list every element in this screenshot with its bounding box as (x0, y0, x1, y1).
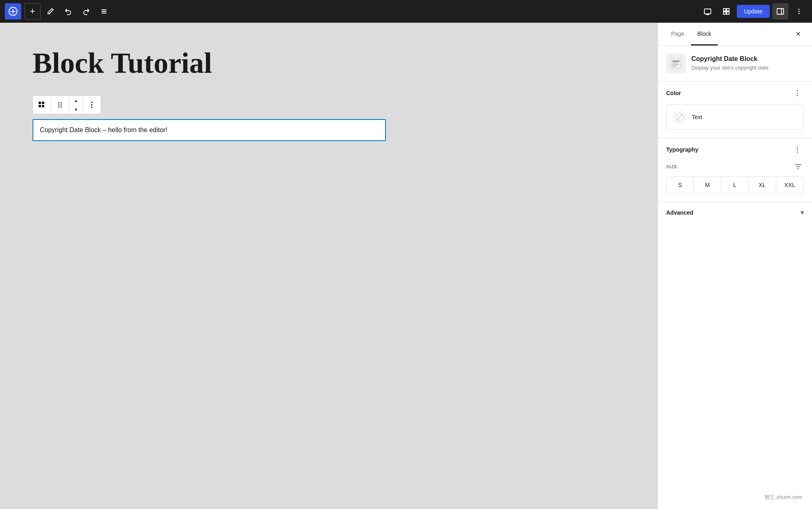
color-more-button[interactable] (791, 87, 804, 100)
move-group: ▲ ▼ (69, 96, 82, 114)
svg-rect-22 (672, 64, 679, 65)
view-button[interactable] (718, 3, 734, 20)
color-text-option[interactable]: Text (666, 104, 804, 130)
svg-rect-2 (777, 9, 784, 14)
main-area: Block Tutorial (0, 23, 812, 509)
svg-rect-8 (39, 105, 41, 107)
svg-point-5 (799, 13, 800, 14)
svg-rect-21 (672, 63, 678, 63)
svg-point-15 (61, 107, 62, 108)
color-swatch (673, 111, 686, 124)
chevron-down-icon: ▾ (801, 209, 804, 216)
update-button[interactable]: Update (737, 5, 770, 18)
color-panel-title: Color (666, 90, 791, 96)
size-s[interactable]: S (667, 177, 694, 193)
svg-point-3 (799, 9, 800, 10)
svg-point-16 (91, 102, 93, 103)
advanced-panel-header[interactable]: Advanced ▾ (658, 202, 812, 223)
svg-point-28 (797, 149, 798, 150)
color-swatch-inner (676, 113, 684, 121)
svg-point-4 (799, 11, 800, 12)
edit-button[interactable] (42, 3, 58, 20)
typography-panel-section: Typography SIZE S M L (658, 138, 812, 202)
color-text-label: Text (692, 114, 702, 120)
advanced-panel-title: Advanced (666, 209, 801, 216)
sidebar-close-button[interactable]: × (791, 27, 806, 41)
wp-logo[interactable] (5, 3, 21, 20)
typography-more-button[interactable] (791, 143, 804, 156)
size-section: SIZE (666, 161, 804, 172)
editor-canvas: Block Tutorial (0, 23, 658, 509)
svg-rect-9 (42, 105, 44, 107)
block-type-button[interactable] (33, 96, 51, 114)
block-type-group (33, 96, 51, 114)
tab-block[interactable]: Block (691, 23, 718, 46)
size-label-text: SIZE (666, 164, 678, 169)
svg-point-26 (797, 95, 798, 96)
block-toolbar-wrapper: ▲ ▼ (32, 96, 625, 114)
list-view-button[interactable] (96, 3, 112, 20)
more-options-button[interactable] (791, 3, 807, 20)
block-icon (666, 54, 686, 73)
advanced-panel-section: Advanced ▾ (658, 202, 812, 223)
svg-point-11 (58, 104, 60, 106)
svg-point-27 (797, 147, 798, 148)
block-toolbar: ▲ ▼ (32, 96, 101, 114)
size-xl[interactable]: XL (749, 177, 776, 193)
svg-point-12 (58, 107, 60, 108)
move-up-button[interactable]: ▲ (69, 96, 82, 105)
svg-point-18 (91, 107, 93, 108)
watermark: 智汇 zhuon.com (764, 494, 802, 501)
svg-rect-1 (704, 9, 711, 14)
color-panel-section: Color Text (658, 82, 812, 138)
sidebar-header: Page Block × (658, 23, 812, 46)
svg-rect-20 (672, 61, 680, 62)
add-block-button[interactable]: + (24, 3, 41, 20)
size-filter-button[interactable] (793, 161, 804, 172)
svg-point-17 (91, 104, 93, 106)
drag-handle-button[interactable] (51, 96, 69, 114)
svg-rect-6 (39, 102, 41, 104)
svg-point-10 (58, 102, 60, 104)
size-xxl[interactable]: XXL (776, 177, 803, 193)
svg-point-24 (797, 90, 798, 91)
block-more-button[interactable] (83, 96, 101, 114)
redo-button[interactable] (78, 3, 94, 20)
right-sidebar: Page Block × Copyright Date Block Displa… (658, 23, 812, 509)
block-info: Copyright Date Block Display your site's… (658, 46, 812, 82)
svg-rect-23 (672, 66, 676, 67)
typography-panel-title: Typography (666, 146, 791, 153)
top-toolbar: + Update (0, 0, 812, 23)
page-title: Block Tutorial (32, 47, 625, 79)
color-panel-content: Text (658, 104, 812, 138)
color-panel-header[interactable]: Color (658, 82, 812, 104)
move-down-button[interactable]: ▼ (69, 105, 82, 114)
sidebar-toggle-button[interactable] (772, 3, 788, 20)
size-l[interactable]: L (721, 177, 749, 193)
size-m[interactable]: M (694, 177, 721, 193)
block-description: Display your site's copyright date. (691, 64, 770, 72)
svg-point-14 (61, 104, 62, 106)
drag-group (51, 96, 69, 114)
size-grid: S M L XL XXL (666, 176, 804, 194)
preview-button[interactable] (699, 3, 716, 20)
svg-point-25 (797, 93, 798, 94)
tab-page[interactable]: Page (665, 23, 691, 46)
more-group (82, 96, 101, 114)
block-info-text: Copyright Date Block Display your site's… (691, 55, 770, 72)
block-content-area[interactable]: Copyright Date Block – hello from the ed… (32, 119, 386, 141)
svg-point-13 (61, 102, 62, 104)
undo-button[interactable] (60, 3, 76, 20)
svg-rect-7 (42, 102, 44, 104)
typography-panel-header[interactable]: Typography (658, 138, 812, 161)
block-title: Copyright Date Block (691, 55, 770, 63)
svg-point-29 (797, 152, 798, 153)
typography-panel-content: SIZE S M L XL XXL (658, 161, 812, 202)
